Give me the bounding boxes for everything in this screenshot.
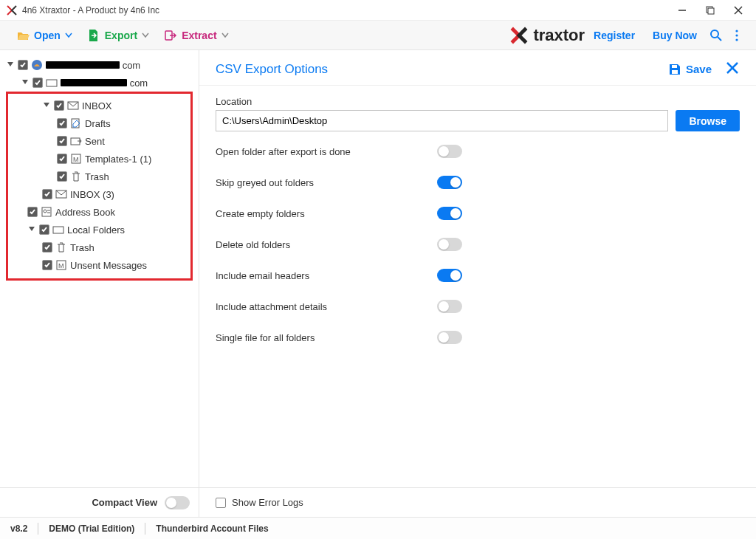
status-bar: v8.2 DEMO (Trial Edition) Thunderbird Ac… (0, 517, 756, 539)
tree-label: Drafts (85, 118, 111, 129)
checkbox[interactable] (57, 171, 67, 182)
tree-label: Address Book (55, 207, 115, 218)
file-export-icon (87, 29, 100, 42)
svg-point-9 (735, 34, 738, 36)
tree-addressbook[interactable]: Address Book (10, 203, 189, 221)
highlight-box: INBOX Drafts Sent M Templates-1 (1) (6, 92, 193, 281)
open-button[interactable]: Open (9, 24, 80, 47)
account-icon (31, 59, 43, 71)
extract-button[interactable]: Extract (157, 24, 236, 47)
extract-label: Extract (182, 30, 216, 41)
window-title: 4n6 Xtraxtor - A Product by 4n6 Inc (22, 5, 159, 16)
collapse-icon[interactable] (21, 78, 30, 87)
collapse-icon[interactable] (6, 61, 15, 69)
checkbox[interactable] (57, 136, 67, 146)
folder-tree: com com INBOX Drafts (0, 50, 199, 487)
toggle-create-empty[interactable] (437, 207, 462, 220)
folder-sidebar: com com INBOX Drafts (0, 50, 199, 517)
compact-view-toggle[interactable] (165, 496, 190, 509)
collapse-icon[interactable] (42, 101, 51, 110)
maximize-button[interactable] (703, 3, 718, 18)
toggle-include-attach[interactable] (437, 300, 462, 313)
mail-icon (55, 188, 67, 200)
tree-local-trash[interactable]: Trash (10, 238, 189, 256)
compact-view-label: Compact View (92, 497, 157, 508)
sent-icon (70, 135, 82, 147)
brand-text: traxtor (533, 26, 585, 45)
checkbox[interactable] (42, 189, 52, 199)
toggle-delete-old[interactable] (437, 238, 462, 251)
toggle-include-headers[interactable] (437, 269, 462, 282)
folder-icon (52, 224, 64, 236)
extract-icon (164, 29, 177, 42)
tree-localfolders[interactable]: Local Folders (10, 221, 189, 238)
tree-label: Templates-1 (1) (85, 154, 151, 165)
save-label: Save (686, 63, 712, 75)
folder-icon (46, 77, 58, 89)
checkbox[interactable] (54, 100, 64, 111)
toggle-single-file[interactable] (437, 331, 462, 344)
checkbox[interactable] (57, 154, 67, 164)
panel-header: CSV Export Options Save (199, 50, 756, 86)
tree-trash[interactable]: Trash (10, 168, 189, 185)
checkbox[interactable] (32, 78, 43, 88)
search-button[interactable] (706, 25, 726, 46)
checkbox[interactable] (27, 207, 38, 217)
tree-drafts[interactable]: Drafts (10, 114, 189, 132)
browse-button[interactable]: Browse (676, 110, 740, 131)
checkbox[interactable] (42, 260, 52, 270)
option-label: Create empty folders (216, 208, 437, 219)
tree-unsent[interactable]: M Unsent Messages (10, 256, 189, 274)
tree-inbox[interactable]: INBOX (10, 97, 189, 114)
collapse-icon[interactable] (27, 225, 36, 234)
close-panel-button[interactable] (725, 61, 740, 78)
export-label: Export (105, 30, 137, 41)
window-controls (675, 3, 750, 18)
toggle-skip-greyed[interactable] (437, 176, 462, 189)
trash-icon (55, 241, 67, 253)
export-button[interactable]: Export (80, 24, 157, 47)
close-button[interactable] (731, 3, 746, 18)
search-icon (709, 29, 723, 42)
checkbox[interactable] (18, 60, 28, 70)
register-link[interactable]: Register (585, 30, 644, 41)
source-label: Thunderbird Account Files (156, 523, 268, 534)
minimize-button[interactable] (675, 3, 690, 18)
save-icon (668, 63, 681, 76)
tree-subaccount[interactable]: com (3, 74, 196, 92)
location-input[interactable] (216, 110, 668, 131)
panel-body: Location Browse Open folder after export… (199, 86, 756, 487)
version-label: v8.2 (10, 523, 27, 534)
tree-templates[interactable]: M Templates-1 (1) (10, 150, 189, 168)
tree-label: Unsent Messages (70, 260, 147, 271)
option-label: Delete old folders (216, 239, 437, 250)
main-toolbar: Open Export Extract traxtor Register Buy… (0, 21, 756, 50)
option-label: Open folder after export is done (216, 146, 437, 157)
open-label: Open (34, 30, 61, 41)
tree-account[interactable]: com (3, 56, 196, 74)
tree-label: INBOX (82, 100, 111, 111)
svg-rect-21 (53, 227, 63, 233)
svg-point-10 (735, 38, 738, 41)
buynow-link[interactable]: Buy Now (644, 30, 706, 41)
checkbox[interactable] (42, 242, 52, 253)
folder-open-icon (16, 29, 30, 42)
svg-rect-2 (708, 8, 714, 14)
panel-title: CSV Export Options (216, 62, 328, 77)
checkbox[interactable] (57, 118, 67, 128)
tree-label: Trash (85, 171, 109, 182)
save-button[interactable]: Save (668, 63, 712, 76)
location-field: Location Browse (216, 96, 740, 131)
chevron-down-icon (65, 32, 72, 39)
checkbox[interactable] (39, 224, 49, 235)
svg-rect-12 (47, 80, 57, 86)
option-label: Include attachment details (216, 301, 437, 312)
app-icon (6, 4, 18, 16)
close-icon (725, 61, 740, 75)
error-log-checkbox[interactable] (216, 498, 226, 508)
tree-sent[interactable]: Sent (10, 132, 189, 150)
menu-button[interactable] (726, 25, 747, 46)
tree-inbox2[interactable]: INBOX (3) (10, 185, 189, 203)
toggle-open-folder[interactable] (437, 145, 462, 158)
option-label: Include email headers (216, 270, 437, 281)
